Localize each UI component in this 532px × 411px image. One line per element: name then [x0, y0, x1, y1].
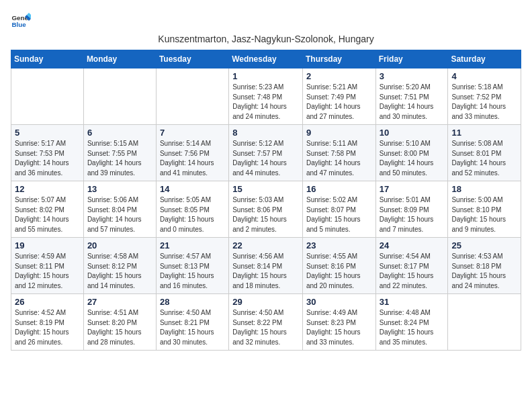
calendar-cell [156, 68, 228, 125]
calendar-week-row: 12Sunrise: 5:07 AM Sunset: 8:02 PM Dayli… [11, 181, 521, 238]
day-number: 1 [232, 71, 299, 81]
day-number: 30 [306, 297, 372, 307]
column-header-thursday: Thursday [302, 50, 375, 68]
calendar-cell: 8Sunrise: 5:12 AM Sunset: 7:57 PM Daylig… [229, 125, 303, 181]
day-number: 2 [306, 71, 372, 81]
day-info: Sunrise: 4:52 AM Sunset: 8:19 PM Dayligh… [15, 308, 80, 347]
calendar-cell: 10Sunrise: 5:10 AM Sunset: 8:00 PM Dayli… [375, 125, 448, 181]
day-info: Sunrise: 4:53 AM Sunset: 8:18 PM Dayligh… [451, 252, 517, 291]
day-number: 21 [160, 240, 225, 250]
day-number: 31 [380, 297, 445, 307]
day-number: 11 [451, 128, 517, 138]
column-header-monday: Monday [83, 50, 156, 68]
calendar-cell: 2Sunrise: 5:21 AM Sunset: 7:49 PM Daylig… [302, 68, 375, 125]
calendar-cell: 12Sunrise: 5:07 AM Sunset: 8:02 PM Dayli… [11, 181, 84, 238]
day-info: Sunrise: 5:23 AM Sunset: 7:48 PM Dayligh… [232, 83, 299, 122]
calendar-cell: 18Sunrise: 5:00 AM Sunset: 8:10 PM Dayli… [448, 181, 521, 238]
day-info: Sunrise: 4:50 AM Sunset: 8:22 PM Dayligh… [232, 308, 299, 347]
calendar-cell: 11Sunrise: 5:08 AM Sunset: 8:01 PM Dayli… [448, 125, 521, 181]
calendar-cell: 23Sunrise: 4:55 AM Sunset: 8:16 PM Dayli… [302, 238, 375, 294]
calendar-cell: 5Sunrise: 5:17 AM Sunset: 7:53 PM Daylig… [11, 125, 84, 181]
day-info: Sunrise: 5:07 AM Sunset: 8:02 PM Dayligh… [15, 195, 80, 234]
day-number: 19 [15, 240, 80, 250]
day-number: 8 [232, 128, 299, 138]
day-info: Sunrise: 5:01 AM Sunset: 8:09 PM Dayligh… [380, 195, 445, 234]
day-info: Sunrise: 5:03 AM Sunset: 8:06 PM Dayligh… [232, 195, 299, 234]
day-number: 13 [87, 184, 152, 194]
day-number: 15 [232, 184, 299, 194]
calendar-table: SundayMondayTuesdayWednesdayThursdayFrid… [11, 50, 521, 351]
day-info: Sunrise: 4:54 AM Sunset: 8:17 PM Dayligh… [380, 252, 445, 291]
calendar-cell: 1Sunrise: 5:23 AM Sunset: 7:48 PM Daylig… [229, 68, 303, 125]
column-header-sunday: Sunday [11, 50, 84, 68]
calendar-cell: 24Sunrise: 4:54 AM Sunset: 8:17 PM Dayli… [375, 238, 448, 294]
day-number: 5 [15, 128, 80, 138]
calendar-cell: 9Sunrise: 5:11 AM Sunset: 7:58 PM Daylig… [302, 125, 375, 181]
day-info: Sunrise: 5:21 AM Sunset: 7:49 PM Dayligh… [306, 83, 372, 122]
calendar-cell: 21Sunrise: 4:57 AM Sunset: 8:13 PM Dayli… [156, 238, 228, 294]
day-number: 16 [306, 184, 372, 194]
day-info: Sunrise: 5:00 AM Sunset: 8:10 PM Dayligh… [451, 195, 517, 234]
column-header-saturday: Saturday [448, 50, 521, 68]
column-header-wednesday: Wednesday [229, 50, 303, 68]
calendar-week-row: 26Sunrise: 4:52 AM Sunset: 8:19 PM Dayli… [11, 294, 521, 351]
calendar-week-row: 1Sunrise: 5:23 AM Sunset: 7:48 PM Daylig… [11, 68, 521, 125]
day-number: 22 [232, 240, 299, 250]
day-info: Sunrise: 5:14 AM Sunset: 7:56 PM Dayligh… [160, 139, 225, 178]
day-info: Sunrise: 5:12 AM Sunset: 7:57 PM Dayligh… [232, 139, 299, 178]
calendar-cell: 25Sunrise: 4:53 AM Sunset: 8:18 PM Dayli… [448, 238, 521, 294]
svg-text:Blue: Blue [12, 21, 27, 28]
calendar-cell: 13Sunrise: 5:06 AM Sunset: 8:04 PM Dayli… [83, 181, 156, 238]
day-info: Sunrise: 4:55 AM Sunset: 8:16 PM Dayligh… [306, 252, 372, 291]
day-info: Sunrise: 4:49 AM Sunset: 8:23 PM Dayligh… [306, 308, 372, 347]
day-info: Sunrise: 4:48 AM Sunset: 8:24 PM Dayligh… [380, 308, 445, 347]
day-info: Sunrise: 5:02 AM Sunset: 8:07 PM Dayligh… [306, 195, 372, 234]
day-number: 10 [380, 128, 445, 138]
calendar-cell: 4Sunrise: 5:18 AM Sunset: 7:52 PM Daylig… [448, 68, 521, 125]
calendar-cell: 29Sunrise: 4:50 AM Sunset: 8:22 PM Dayli… [229, 294, 303, 351]
calendar-cell: 14Sunrise: 5:05 AM Sunset: 8:05 PM Dayli… [156, 181, 228, 238]
calendar-cell: 19Sunrise: 4:59 AM Sunset: 8:11 PM Dayli… [11, 238, 84, 294]
day-number: 28 [160, 297, 225, 307]
day-number: 3 [380, 71, 445, 81]
calendar-cell: 6Sunrise: 5:15 AM Sunset: 7:55 PM Daylig… [83, 125, 156, 181]
calendar-cell: 27Sunrise: 4:51 AM Sunset: 8:20 PM Dayli… [83, 294, 156, 351]
page-header: General Blue [11, 11, 521, 31]
column-header-tuesday: Tuesday [156, 50, 228, 68]
day-info: Sunrise: 5:11 AM Sunset: 7:58 PM Dayligh… [306, 139, 372, 178]
calendar-cell: 17Sunrise: 5:01 AM Sunset: 8:09 PM Dayli… [375, 181, 448, 238]
day-number: 4 [451, 71, 517, 81]
calendar-header-row: SundayMondayTuesdayWednesdayThursdayFrid… [11, 50, 521, 68]
day-number: 18 [451, 184, 517, 194]
day-info: Sunrise: 5:05 AM Sunset: 8:05 PM Dayligh… [160, 195, 225, 234]
day-number: 12 [15, 184, 80, 194]
calendar-cell: 16Sunrise: 5:02 AM Sunset: 8:07 PM Dayli… [302, 181, 375, 238]
day-number: 24 [380, 240, 445, 250]
calendar-week-row: 19Sunrise: 4:59 AM Sunset: 8:11 PM Dayli… [11, 238, 521, 294]
day-number: 14 [160, 184, 225, 194]
calendar-cell: 31Sunrise: 4:48 AM Sunset: 8:24 PM Dayli… [375, 294, 448, 351]
day-number: 6 [87, 128, 152, 138]
day-info: Sunrise: 4:56 AM Sunset: 8:14 PM Dayligh… [232, 252, 299, 291]
day-info: Sunrise: 5:08 AM Sunset: 8:01 PM Dayligh… [451, 139, 517, 178]
calendar-cell: 15Sunrise: 5:03 AM Sunset: 8:06 PM Dayli… [229, 181, 303, 238]
day-number: 23 [306, 240, 372, 250]
day-info: Sunrise: 4:50 AM Sunset: 8:21 PM Dayligh… [160, 308, 225, 347]
calendar-cell [448, 294, 521, 351]
calendar-cell [83, 68, 156, 125]
day-info: Sunrise: 4:57 AM Sunset: 8:13 PM Dayligh… [160, 252, 225, 291]
day-number: 9 [306, 128, 372, 138]
day-info: Sunrise: 5:20 AM Sunset: 7:51 PM Dayligh… [380, 83, 445, 122]
day-info: Sunrise: 5:17 AM Sunset: 7:53 PM Dayligh… [15, 139, 80, 178]
day-info: Sunrise: 5:15 AM Sunset: 7:55 PM Dayligh… [87, 139, 152, 178]
day-info: Sunrise: 5:10 AM Sunset: 8:00 PM Dayligh… [380, 139, 445, 178]
day-number: 20 [87, 240, 152, 250]
day-number: 29 [232, 297, 299, 307]
logo-icon: General Blue [11, 11, 31, 31]
day-info: Sunrise: 5:06 AM Sunset: 8:04 PM Dayligh… [87, 195, 152, 234]
day-number: 25 [451, 240, 517, 250]
location-subtitle: Kunszentmarton, Jasz-Nagykun-Szolonok, H… [11, 34, 521, 44]
calendar-cell: 26Sunrise: 4:52 AM Sunset: 8:19 PM Dayli… [11, 294, 84, 351]
day-number: 7 [160, 128, 225, 138]
day-number: 17 [380, 184, 445, 194]
